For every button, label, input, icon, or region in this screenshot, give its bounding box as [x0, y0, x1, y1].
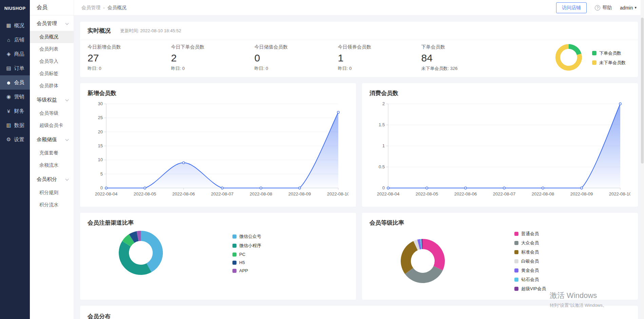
sidebar-item-goods[interactable]: ◈ 商品 — [0, 47, 30, 61]
stat-today-stored-members: 今日储值会员数 0 昨日: 0 — [254, 44, 338, 72]
sidebar-item-overview[interactable]: ▦ 概况 — [0, 18, 30, 33]
svg-text:2022-08-10: 2022-08-10 — [327, 191, 348, 196]
member-level-donut-chart[interactable] — [401, 239, 445, 284]
register-channel-donut-chart[interactable] — [119, 231, 163, 276]
update-time: 更新时间: 2022-08-10 18:45:52 — [120, 28, 181, 34]
legend-label: APP — [239, 268, 248, 273]
sidebar-item-member-overview[interactable]: 会员概况 — [30, 31, 74, 43]
sidebar-item-recharge-package[interactable]: 充值套餐 — [30, 147, 74, 159]
breadcrumb-parent[interactable]: 会员管理 — [81, 5, 100, 11]
sidebar-group-member-points[interactable]: 会员积分 — [30, 171, 74, 187]
legend-marker — [514, 259, 518, 263]
page-scrollbar[interactable] — [641, 0, 644, 319]
legend-label: 下单会员数 — [599, 50, 621, 56]
stat-label: 今日领券会员数 — [338, 44, 421, 50]
line-chart-row: 新增会员数 0510152025302022-08-042022-08-0520… — [80, 83, 638, 207]
legend-item[interactable]: 白银会员 — [514, 258, 546, 264]
sidebar-group-level-rights[interactable]: 等级权益 — [30, 92, 74, 107]
svg-text:0: 0 — [100, 185, 103, 190]
sidebar-item-label: 设置 — [14, 136, 24, 143]
legend-item[interactable]: 黄金会员 — [514, 267, 546, 274]
breadcrumb-separator: - — [103, 5, 105, 11]
svg-text:25: 25 — [98, 115, 103, 120]
legend-label: 未下单会员数 — [599, 60, 626, 66]
help-label: 帮助 — [602, 5, 612, 11]
legend-marker — [592, 51, 596, 55]
legend-item[interactable]: PC — [232, 252, 261, 257]
stat-sub: 昨日: 0 — [254, 65, 338, 72]
sidebar-item-points-rules[interactable]: 积分规则 — [30, 187, 74, 199]
sidebar-item-points-flow[interactable]: 积分流水 — [30, 199, 74, 211]
stat-sub: 昨日: 0 — [338, 65, 421, 72]
legend-item[interactable]: 微信公众号 — [232, 233, 261, 240]
sidebar-item-member-import[interactable]: 会员导入 — [30, 55, 74, 68]
legend-label: 白银会员 — [521, 258, 539, 264]
sidebar-group-balance-storage[interactable]: 余额储值 — [30, 132, 74, 147]
svg-text:2022-08-08: 2022-08-08 — [250, 191, 272, 196]
legend-marker — [232, 269, 236, 273]
scrollbar-thumb[interactable] — [641, 18, 644, 164]
sidebar-item-member-groups[interactable]: 会员群体 — [30, 80, 74, 92]
svg-text:2022-08-06: 2022-08-06 — [454, 191, 477, 196]
user-name: admin — [620, 5, 633, 11]
legend-item[interactable]: H5 — [232, 260, 261, 265]
shop-icon: ⌂ — [6, 37, 12, 43]
sidebar-group-member-management[interactable]: 会员管理 — [30, 16, 74, 31]
breadcrumb-current: 会员概况 — [108, 5, 127, 11]
user-menu[interactable]: admin ▾ — [620, 5, 637, 11]
sidebar-item-balance-flow[interactable]: 余额流水 — [30, 159, 74, 171]
consume-members-line-chart[interactable]: 00.511.522022-08-042022-08-052022-08-062… — [370, 99, 630, 200]
order-icon: ▤ — [6, 65, 12, 71]
sidebar-item-member-list[interactable]: 会员列表 — [30, 43, 74, 55]
sidebar-item-marketing[interactable]: ◉ 营销 — [0, 90, 30, 104]
legend-item[interactable]: 超级VIP会员 — [514, 286, 546, 292]
sidebar-item-members[interactable]: ☻ 会员 — [0, 75, 30, 90]
card-title: 会员分布 — [88, 313, 630, 319]
legend-marker — [592, 60, 596, 65]
legend-item[interactable]: 大众会员 — [514, 240, 546, 246]
legend-item[interactable]: 下单会员数 — [592, 50, 626, 56]
sidebar-item-orders[interactable]: ▤ 订单 — [0, 61, 30, 75]
sidebar-item-settings[interactable]: ⚙ 设置 — [0, 132, 30, 147]
legend-marker — [232, 261, 236, 265]
legend-item[interactable]: 标准会员 — [514, 249, 546, 255]
goods-icon: ◈ — [6, 51, 12, 57]
sidebar-item-data[interactable]: ▥ 数据 — [0, 118, 30, 132]
sidebar-item-member-tags[interactable]: 会员标签 — [30, 68, 74, 80]
legend-item[interactable]: 普通会员 — [514, 231, 546, 237]
svg-text:20: 20 — [98, 129, 103, 134]
group-label: 会员积分 — [37, 176, 57, 183]
legend-label: 大众会员 — [521, 240, 539, 246]
group-label: 余额储值 — [37, 136, 57, 143]
svg-text:5: 5 — [100, 171, 103, 176]
realtime-overview-card: 实时概况 更新时间: 2022-08-10 18:45:52 今日新增会员数 2… — [80, 22, 638, 77]
card-title: 实时概况 — [88, 27, 111, 35]
svg-text:0.5: 0.5 — [379, 164, 385, 169]
pie-body: 普通会员大众会员标准会员白银会员黄金会员钻石会员超级VIP会员 — [370, 231, 630, 292]
svg-text:2022-08-05: 2022-08-05 — [134, 191, 156, 196]
chevron-down-icon — [65, 137, 69, 141]
line-chart-svg: 0510152025302022-08-042022-08-052022-08-… — [88, 99, 348, 200]
legend-item[interactable]: 微信小程序 — [232, 243, 261, 249]
legend-item[interactable]: 钻石会员 — [514, 277, 546, 283]
help-button[interactable]: ? 帮助 — [595, 5, 612, 11]
svg-text:2022-08-04: 2022-08-04 — [377, 191, 400, 196]
sidebar-item-member-level[interactable]: 会员等级 — [30, 107, 74, 119]
legend-label: H5 — [239, 260, 245, 265]
sidebar-item-finance[interactable]: ¥ 财务 — [0, 104, 30, 118]
stat-label: 今日储值会员数 — [254, 44, 338, 50]
sidebar-item-super-member-card[interactable]: 超级会员卡 — [30, 119, 74, 132]
order-ratio-donut-chart[interactable] — [555, 44, 582, 72]
stat-today-new-members: 今日新增会员数 27 昨日: 0 — [88, 44, 171, 72]
legend-item[interactable]: APP — [232, 268, 261, 273]
chart-title: 会员等级比率 — [370, 219, 630, 227]
new-members-line-chart[interactable]: 0510152025302022-08-042022-08-052022-08-… — [88, 99, 348, 200]
stat-today-coupon-members: 今日领券会员数 1 昨日: 0 — [338, 44, 421, 72]
legend-item[interactable]: 未下单会员数 — [592, 60, 626, 66]
register-channel-card: 会员注册渠道比率 微信公众号微信小程序PCH5APP — [80, 213, 356, 300]
chevron-down-icon — [65, 177, 69, 181]
svg-text:30: 30 — [98, 101, 103, 106]
sidebar-item-shop[interactable]: ⌂ 店铺 — [0, 33, 30, 47]
visit-shop-button[interactable]: 访问店铺 — [556, 2, 587, 13]
question-icon: ? — [595, 5, 600, 11]
